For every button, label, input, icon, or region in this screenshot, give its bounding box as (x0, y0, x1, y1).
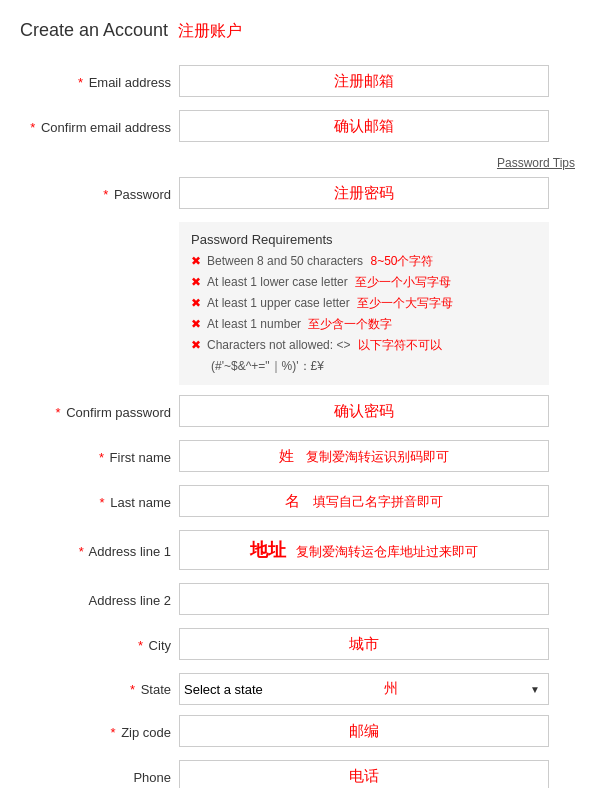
zip-input-wrapper: 邮编 (179, 715, 549, 747)
city-label: City (149, 638, 171, 653)
password-input-wrapper: 注册密码 (179, 177, 549, 209)
password-req-row: Password Requirements ✖ Between 8 and 50… (20, 217, 579, 390)
address2-label-cell: Address line 2 (20, 578, 175, 623)
password-label-cell: * Password (20, 172, 175, 217)
state-row: * State Select a state ALAKAZAR CACOCTDE… (20, 668, 579, 710)
last-name-label-cell: * Last name (20, 480, 175, 525)
state-label: State (141, 682, 171, 697)
req3-text: At least 1 upper case letter (207, 296, 350, 310)
registration-form: * Email address 注册邮箱 * Confirm email add… (20, 60, 579, 788)
required-star10: * (110, 725, 115, 740)
required-star5: * (99, 450, 104, 465)
confirm-email-row: * Confirm email address 确认邮箱 (20, 105, 579, 150)
confirm-email-input-wrapper: 确认邮箱 (179, 110, 549, 142)
req2-cn: 至少一个小写字母 (355, 275, 451, 289)
password-label: Password (114, 187, 171, 202)
req-icon-1: ✖ (191, 254, 201, 268)
password-input-cell: 注册密码 (175, 172, 579, 217)
zip-row: * Zip code 邮编 (20, 710, 579, 755)
req-icon-3: ✖ (191, 296, 201, 310)
state-select[interactable]: Select a state ALAKAZAR CACOCTDE FLGAHII… (180, 674, 380, 704)
required-star6: * (100, 495, 105, 510)
page-title-cn: 注册账户 (178, 21, 242, 42)
req-icon-4: ✖ (191, 317, 201, 331)
req5-cn: 以下字符不可以 (358, 338, 442, 352)
password-input[interactable] (180, 178, 548, 208)
req-item-4: ✖ At least 1 number 至少含一个数字 (191, 316, 537, 333)
first-name-row: * First name 姓 复制爱淘转运识别码即可 (20, 435, 579, 480)
state-select-wrapper: Select a state ALAKAZAR CACOCTDE FLGAHII… (179, 673, 549, 705)
address1-label-cell: * Address line 1 (20, 525, 175, 578)
password-tips-link[interactable]: Password Tips (497, 156, 575, 170)
address1-input-wrapper: 地址 复制爱淘转运仓库地址过来即可 (179, 530, 549, 570)
email-input-cell: 注册邮箱 (175, 60, 579, 105)
title-row: Create an Account 注册账户 (20, 20, 579, 42)
city-row: * City 城市 (20, 623, 579, 668)
address1-row: * Address line 1 地址 复制爱淘转运仓库地址过来即可 (20, 525, 579, 578)
address2-row: Address line 2 (20, 578, 579, 623)
address2-input-wrapper (179, 583, 549, 615)
confirm-email-label-cell: * Confirm email address (20, 105, 175, 150)
address2-input-cell (175, 578, 579, 623)
address1-label: Address line 1 (89, 544, 171, 559)
first-name-input-wrapper: 姓 复制爱淘转运识别码即可 (179, 440, 549, 472)
phone-label-cell: Phone (20, 755, 175, 788)
password-tips-row: Password Tips (20, 150, 579, 172)
phone-label: Phone (133, 770, 171, 785)
req-title: Password Requirements (191, 232, 537, 247)
confirm-password-input-wrapper: 确认密码 (179, 395, 549, 427)
first-name-label-cell: * First name (20, 435, 175, 480)
page-container: Create an Account 注册账户 * Email address 注… (0, 10, 599, 788)
password-row: * Password 注册密码 (20, 172, 579, 217)
req1-text: Between 8 and 50 characters (207, 254, 363, 268)
email-label: Email address (89, 75, 171, 90)
first-name-input[interactable] (180, 441, 548, 471)
confirm-email-input[interactable] (180, 111, 548, 141)
req1-cn: 8~50个字符 (370, 254, 433, 268)
city-input[interactable] (180, 629, 548, 659)
req2-text: At least 1 lower case letter (207, 275, 348, 289)
city-input-wrapper: 城市 (179, 628, 549, 660)
zip-input[interactable] (180, 716, 548, 746)
first-name-input-cell: 姓 复制爱淘转运识别码即可 (175, 435, 579, 480)
address2-label: Address line 2 (89, 593, 171, 608)
req-item-3: ✖ At least 1 upper case letter 至少一个大写字母 (191, 295, 537, 312)
email-input[interactable] (180, 66, 548, 96)
confirm-email-label: Confirm email address (41, 120, 171, 135)
req-item-2: ✖ At least 1 lower case letter 至少一个小写字母 (191, 274, 537, 291)
phone-input-wrapper: 电话 (179, 760, 549, 788)
confirm-password-label: Confirm password (66, 405, 171, 420)
req-item-5: ✖ Characters not allowed: <> 以下字符不可以 (191, 337, 537, 354)
required-star4: * (56, 405, 61, 420)
required-star3: * (103, 187, 108, 202)
last-name-input[interactable] (180, 486, 548, 516)
city-input-cell: 城市 (175, 623, 579, 668)
confirm-password-input[interactable] (180, 396, 548, 426)
phone-input[interactable] (180, 761, 548, 788)
email-label-cell: * Email address (20, 60, 175, 105)
state-label-cell: * State (20, 668, 175, 710)
first-name-label: First name (110, 450, 171, 465)
required-star2: * (30, 120, 35, 135)
confirm-password-label-cell: * Confirm password (20, 390, 175, 435)
last-name-label: Last name (110, 495, 171, 510)
email-row: * Email address 注册邮箱 (20, 60, 579, 105)
required-star9: * (130, 682, 135, 697)
email-input-wrapper: 注册邮箱 (179, 65, 549, 97)
req5-chars: (#'~$&^+="｜%)'：£¥ (191, 358, 537, 375)
confirm-email-input-cell: 确认邮箱 (175, 105, 579, 150)
address2-input[interactable] (180, 584, 548, 614)
required-star8: * (138, 638, 143, 653)
phone-row: Phone 电话 (20, 755, 579, 788)
state-input-cell: Select a state ALAKAZAR CACOCTDE FLGAHII… (175, 668, 579, 710)
city-label-cell: * City (20, 623, 175, 668)
zip-label-cell: * Zip code (20, 710, 175, 755)
state-select-arrow: ▼ (530, 684, 540, 695)
req-item-1: ✖ Between 8 and 50 characters 8~50个字符 (191, 253, 537, 270)
confirm-password-input-cell: 确认密码 (175, 390, 579, 435)
zip-label: Zip code (121, 725, 171, 740)
state-cn: 州 (384, 680, 398, 698)
req-icon-5: ✖ (191, 338, 201, 352)
address1-input[interactable] (180, 531, 548, 569)
zip-input-cell: 邮编 (175, 710, 579, 755)
